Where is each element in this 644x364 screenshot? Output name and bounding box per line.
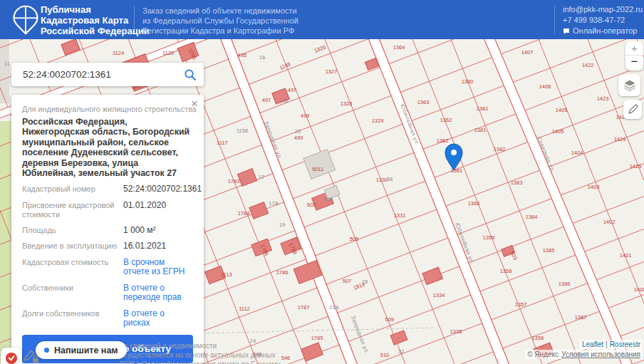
svg-text:1400: 1400 (634, 286, 644, 293)
svg-text:1124: 1124 (113, 50, 124, 56)
land-usage-text: Для индивидуального жилищного строительс… (22, 105, 193, 113)
attribute-row: Собственники В отчете о переходе прав (22, 284, 193, 303)
report-link[interactable]: В отчете о рисках (123, 309, 193, 328)
attribute-label: Собственники (22, 284, 123, 303)
svg-text:32: 32 (398, 348, 404, 355)
svg-text:546: 546 (281, 355, 291, 361)
svg-text:1382: 1382 (494, 146, 506, 152)
svg-text:18: 18 (282, 98, 288, 104)
svg-text:38: 38 (387, 176, 393, 182)
svg-text:1401: 1401 (620, 252, 632, 259)
online-operator-label: Онлайн-оператор (573, 26, 637, 36)
svg-text:1359: 1359 (483, 234, 495, 241)
svg-text:1358: 1358 (500, 268, 512, 274)
zoom-out-button[interactable]: − (625, 56, 643, 70)
svg-text:1783: 1783 (228, 178, 240, 184)
attribute-label: Кадастровый номер (22, 184, 123, 194)
svg-text:1422: 1422 (582, 62, 594, 68)
svg-text:1328: 1328 (341, 100, 353, 107)
zoom-in-button[interactable]: + (625, 41, 643, 56)
svg-text:1784: 1784 (238, 210, 250, 217)
svg-text:19: 19 (279, 222, 285, 228)
svg-text:1786: 1786 (276, 269, 289, 276)
svg-text:1331: 1331 (394, 212, 406, 219)
close-icon[interactable]: × (191, 98, 198, 110)
header-contact: info@pkk-map-2022.ru +7 499 938-47-72 Он… (563, 4, 643, 36)
svg-text:507: 507 (343, 278, 352, 284)
report-link[interactable]: В срочном отчете из ЕГРН (123, 258, 193, 277)
svg-text:1380: 1380 (462, 78, 474, 85)
svg-text:1330: 1330 (376, 177, 388, 183)
svg-text:1356: 1356 (532, 335, 544, 341)
svg-text:28: 28 (362, 279, 368, 285)
svg-text:21А: 21А (329, 304, 338, 311)
svg-text:1335: 1335 (450, 328, 462, 335)
leaflet-link[interactable]: Leaflet (582, 340, 603, 348)
svg-text:1425: 1425 (630, 163, 642, 170)
header-divider (554, 6, 555, 33)
svg-text:5011: 5011 (312, 166, 323, 172)
layers-button[interactable] (618, 74, 640, 96)
svg-text:1385: 1385 (543, 247, 555, 254)
parcel-address: Российская Федерация, Нижегородская обла… (22, 117, 193, 178)
svg-text:1327: 1327 (326, 68, 338, 75)
svg-text:499: 499 (294, 135, 303, 141)
svg-text:504: 504 (324, 196, 333, 202)
svg-text:1120: 1120 (162, 50, 174, 56)
search-input[interactable] (21, 68, 184, 80)
svg-text:1329: 1329 (372, 118, 384, 124)
svg-text:17А: 17А (269, 200, 278, 207)
attribute-label: Присвоение кадастровой стоимости (22, 201, 123, 219)
app-title-line: Публичная (41, 4, 150, 15)
svg-text:1113: 1113 (221, 271, 232, 278)
svg-text:1156: 1156 (237, 128, 248, 134)
attribute-label: Введение в эксплуатацию (22, 241, 123, 251)
app-header: Публичная Кадастровая Карта Российской Ф… (0, 0, 644, 39)
svg-text:1357: 1357 (515, 301, 527, 308)
svg-text:505: 505 (350, 236, 359, 242)
attribute-value: 1 000 м² (123, 226, 193, 236)
chat-widget-button[interactable] (1, 348, 22, 364)
chat-with-us-button[interactable]: Напишите нам (36, 341, 127, 359)
measure-button[interactable] (623, 100, 642, 119)
yandex-attribution: © ЯндексУсловия использования (525, 350, 643, 359)
search-bar (11, 63, 204, 86)
terms-of-use-link[interactable]: Условия использования (561, 350, 640, 358)
parcel-attributes: Кадастровый номер 52:24:0020702:1361 При… (22, 184, 193, 328)
attribute-label: Площадь (22, 226, 123, 236)
svg-text:1423: 1423 (597, 95, 609, 102)
app-title-line: Российской Федерации (41, 26, 150, 36)
rosreestr-link[interactable]: Rosreestr (610, 340, 640, 348)
svg-text:1117: 1117 (217, 140, 228, 146)
report-link[interactable]: В отчете о переходе прав (123, 284, 193, 303)
svg-text:495: 495 (238, 52, 247, 58)
svg-text:497: 497 (288, 87, 297, 93)
attribute-row: Площадь 1 000 м² (22, 226, 193, 236)
svg-text:510: 510 (380, 352, 390, 358)
header-subtitle: Заказ сведений об объекте недвижимости и… (142, 6, 298, 36)
svg-text:1364: 1364 (393, 44, 405, 51)
attribute-value: 01.01.2020 (123, 201, 193, 219)
contact-phone[interactable]: +7 499 938-47-72 (563, 15, 643, 26)
svg-text:1402: 1402 (603, 219, 616, 225)
svg-text:497: 497 (262, 97, 271, 103)
svg-text:499: 499 (301, 113, 310, 119)
attribute-value: 16.01.2021 (123, 241, 193, 251)
svg-text:1407: 1407 (521, 49, 534, 56)
zoom-control: + − (625, 41, 643, 71)
svg-text:1381: 1381 (474, 127, 487, 133)
svg-text:1112: 1112 (239, 306, 250, 312)
header-subtitle-line: Регистрации Кадастра и Картографии РФ (142, 26, 298, 36)
pkk-logo-icon (10, 4, 41, 36)
svg-text:1334: 1334 (433, 292, 445, 298)
svg-text:1424: 1424 (614, 136, 626, 142)
svg-text:1406: 1406 (539, 83, 551, 90)
svg-text:1381: 1381 (477, 105, 489, 112)
search-icon[interactable] (184, 68, 197, 81)
contact-email[interactable]: info@pkk-map-2022.ru (563, 4, 643, 15)
attribute-label: Долги собственников (22, 309, 123, 328)
svg-text:1386: 1386 (559, 281, 571, 287)
svg-text:1403: 1403 (588, 184, 600, 190)
svg-text:503: 503 (307, 202, 316, 208)
online-operator-button[interactable]: Онлайн-оператор (563, 26, 643, 36)
